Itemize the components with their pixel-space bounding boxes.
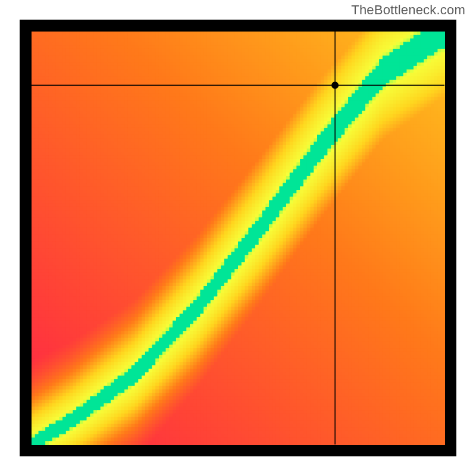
watermark-text: TheBottleneck.com — [351, 2, 465, 18]
heatmap-chart — [20, 20, 456, 456]
heatmap-canvas — [20, 20, 456, 456]
